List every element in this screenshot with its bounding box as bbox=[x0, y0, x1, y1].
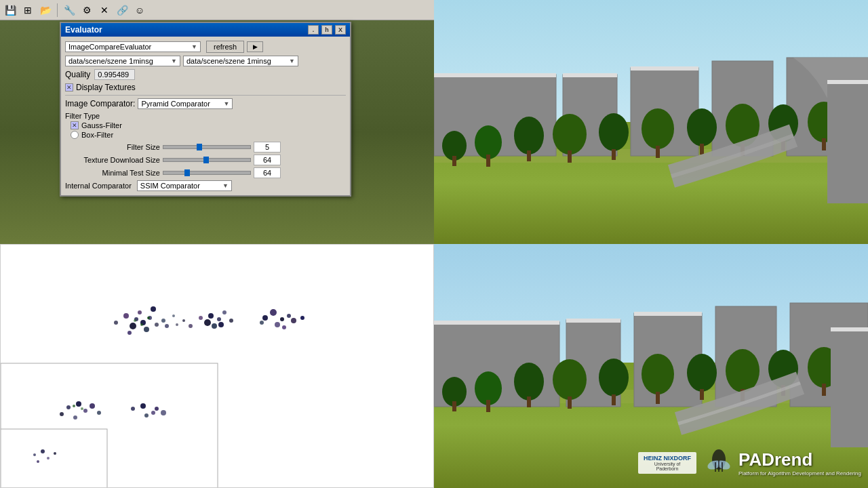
svg-point-49 bbox=[147, 317, 150, 319]
svg-point-110 bbox=[514, 363, 544, 401]
svg-point-66 bbox=[300, 316, 304, 320]
image-comparator-combo[interactable]: Pyramid Comparator ▼ bbox=[138, 98, 233, 109]
svg-point-74 bbox=[76, 401, 81, 407]
svg-rect-32 bbox=[827, 81, 868, 203]
scene-left-combo[interactable]: data/scene/szene 1minsg ▼ bbox=[65, 56, 180, 66]
texture-download-label: Texture Download Size bbox=[65, 156, 160, 164]
toolbar-face-icon[interactable]: ☺ bbox=[132, 3, 147, 18]
toolbar-save-icon[interactable]: 💾 bbox=[3, 3, 18, 18]
dialog-btn-dot[interactable]: . bbox=[308, 25, 319, 35]
dialog-body: ImageCompareEvaluator ▼ refresh ▶ data/s… bbox=[61, 37, 350, 195]
internal-comparator-value: SSIM Comparator bbox=[140, 182, 200, 190]
svg-point-47 bbox=[114, 321, 118, 325]
filter-type-label: Filter Type bbox=[65, 112, 100, 120]
svg-point-73 bbox=[66, 405, 71, 409]
svg-rect-14 bbox=[486, 155, 490, 167]
hn-name: HEINZ NIXDORF bbox=[644, 455, 691, 462]
dialog-titlebar: Evaluator . h X bbox=[61, 23, 350, 37]
diff-svg bbox=[1, 245, 434, 488]
svg-point-86 bbox=[155, 407, 159, 411]
svg-rect-125 bbox=[822, 384, 826, 396]
hn-sub2: Paderborn bbox=[644, 466, 691, 471]
internal-comparator-combo[interactable]: SSIM Comparator ▼ bbox=[137, 180, 232, 191]
svg-point-43 bbox=[161, 319, 165, 323]
svg-rect-113 bbox=[568, 396, 572, 409]
svg-point-120 bbox=[726, 349, 760, 392]
minimal-test-row: Minimal Test Size 64 bbox=[65, 167, 346, 178]
texture-download-track[interactable] bbox=[163, 158, 251, 162]
svg-point-23 bbox=[687, 108, 717, 146]
refresh-button[interactable]: refresh bbox=[206, 41, 244, 53]
svg-point-62 bbox=[275, 322, 280, 327]
scene-right-label: data/scene/szene 1minsg bbox=[186, 57, 271, 65]
hn-sub1: University of bbox=[644, 462, 691, 466]
texture-download-row: Texture Download Size 64 bbox=[65, 155, 346, 165]
minimal-test-label: Minimal Test Size bbox=[65, 169, 160, 177]
texture-download-thumb[interactable] bbox=[203, 157, 209, 163]
svg-rect-22 bbox=[656, 146, 660, 158]
svg-point-63 bbox=[287, 314, 291, 318]
svg-point-67 bbox=[282, 325, 286, 329]
toolbar-folder-icon[interactable]: 📂 bbox=[38, 3, 53, 18]
padrend-subtitle: Platform for Algorithm Development and R… bbox=[738, 470, 861, 476]
svg-point-46 bbox=[165, 324, 169, 328]
padrend-name: PADrend bbox=[738, 449, 861, 470]
svg-rect-127 bbox=[831, 329, 868, 447]
toolbar-grid-icon[interactable]: ⊞ bbox=[20, 3, 35, 18]
minimal-test-thumb[interactable] bbox=[184, 169, 190, 176]
internal-comparator-label: Internal Comparator bbox=[65, 182, 132, 190]
image-comparator-row: Image Comparator: Pyramid Comparator ▼ bbox=[65, 98, 346, 109]
svg-point-60 bbox=[270, 309, 277, 316]
dialog-btn-x[interactable]: X bbox=[335, 25, 346, 35]
svg-rect-9 bbox=[563, 73, 617, 77]
minimal-test-input[interactable]: 64 bbox=[254, 167, 281, 178]
box-filter-radio[interactable] bbox=[71, 131, 79, 139]
toolbar-wrench-icon[interactable]: 🔧 bbox=[62, 3, 77, 18]
top-right-scene bbox=[434, 0, 868, 244]
svg-point-79 bbox=[73, 415, 77, 420]
svg-point-84 bbox=[151, 411, 155, 415]
svg-point-90 bbox=[41, 449, 45, 453]
filter-size-track[interactable] bbox=[163, 145, 251, 149]
display-textures-checkbox[interactable]: ✕ bbox=[65, 83, 73, 92]
filter-size-thumb[interactable] bbox=[197, 144, 202, 150]
scene-left-arrow: ▼ bbox=[171, 58, 177, 64]
internal-comparator-row: Internal Comparator SSIM Comparator ▼ bbox=[65, 180, 346, 191]
texture-download-input[interactable]: 64 bbox=[254, 155, 281, 165]
svg-rect-128 bbox=[831, 327, 868, 331]
svg-point-61 bbox=[280, 317, 284, 321]
svg-point-80 bbox=[81, 407, 83, 410]
box-filter-row: Box-Filter bbox=[71, 131, 346, 139]
svg-point-42 bbox=[144, 327, 149, 332]
svg-point-64 bbox=[260, 321, 264, 325]
filter-size-input[interactable]: 5 bbox=[254, 142, 281, 152]
gauss-filter-checkbox[interactable]: ✕ bbox=[71, 121, 79, 129]
evaluator-type-combo[interactable]: ImageCompareEvaluator ▼ bbox=[65, 41, 201, 52]
padrend-brand: PADrend Platform for Algorithm Developme… bbox=[702, 446, 861, 480]
svg-point-69 bbox=[182, 319, 185, 322]
expand-btn[interactable]: ▶ bbox=[247, 41, 263, 52]
gauss-filter-row: ✕ Gauss-Filter bbox=[71, 121, 346, 129]
svg-point-21 bbox=[642, 108, 674, 149]
svg-rect-88 bbox=[1, 429, 107, 488]
svg-point-116 bbox=[642, 354, 674, 394]
scene-right-combo[interactable]: data/scene/szene 1minsg ▼ bbox=[183, 56, 298, 66]
minimal-test-track[interactable] bbox=[163, 171, 251, 175]
toolbar-link-icon[interactable]: 🔗 bbox=[115, 3, 130, 18]
dialog-btn-h[interactable]: h bbox=[321, 25, 332, 35]
padrend-overlay: HEINZ NIXDORF University of Paderborn PA bbox=[638, 446, 861, 480]
filter-type-section: Filter Type ✕ Gauss-Filter Box-Filter bbox=[65, 112, 346, 139]
evaluator-type-row: ImageCompareEvaluator ▼ refresh ▶ bbox=[65, 41, 346, 53]
evaluator-dialog: Evaluator . h X ImageCompareEvaluator ▼ … bbox=[60, 22, 351, 197]
svg-point-40 bbox=[123, 313, 129, 319]
svg-point-89 bbox=[33, 453, 36, 456]
svg-rect-103 bbox=[434, 321, 559, 325]
svg-point-92 bbox=[54, 452, 56, 455]
internal-comparator-arrow: ▼ bbox=[222, 182, 229, 189]
toolbar-gear-icon[interactable]: ⚙ bbox=[79, 3, 94, 18]
svg-point-55 bbox=[212, 323, 217, 329]
scene-right-arrow: ▼ bbox=[289, 58, 295, 64]
toolbar-close-icon[interactable]: ✕ bbox=[97, 3, 112, 18]
svg-point-75 bbox=[83, 409, 87, 413]
svg-point-56 bbox=[199, 316, 203, 320]
